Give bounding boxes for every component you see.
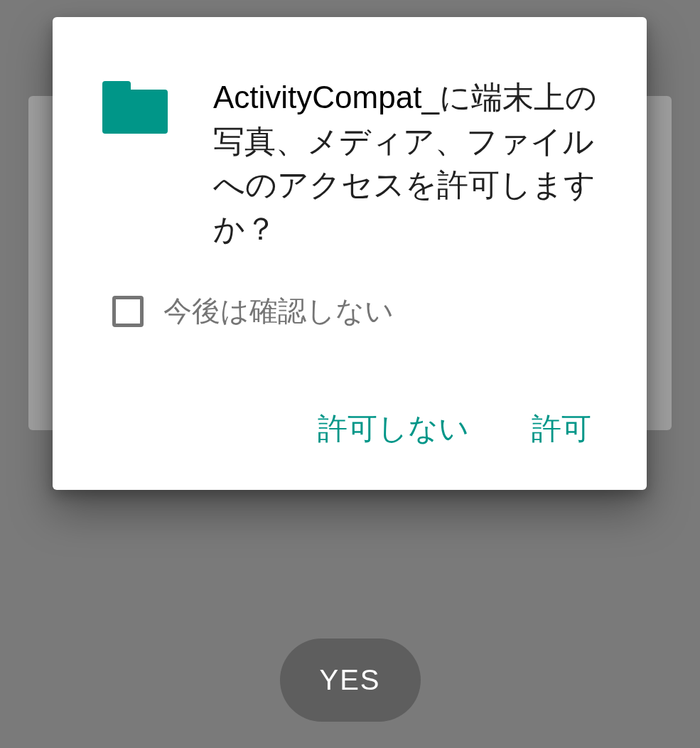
permission-dialog: ActivityCompat_に端末上の写真、メディア、ファイルへのアクセスを許… — [53, 17, 647, 490]
dont-ask-again-row[interactable]: 今後は確認しない — [53, 250, 647, 331]
dialog-actions: 許可しない 許可 — [53, 331, 647, 470]
allow-button[interactable]: 許可 — [526, 402, 597, 456]
dialog-body: ActivityCompat_に端末上の写真、メディア、ファイルへのアクセスを許… — [53, 17, 647, 250]
dont-ask-again-label: 今後は確認しない — [163, 292, 394, 331]
permission-message: ActivityCompat_に端末上の写真、メディア、ファイルへのアクセスを許… — [213, 75, 597, 250]
dont-ask-again-checkbox[interactable] — [112, 296, 144, 327]
app-name: ActivityCompat_ — [213, 80, 439, 114]
deny-button[interactable]: 許可しない — [312, 402, 475, 456]
folder-icon — [102, 81, 168, 134]
yes-button[interactable]: YES — [279, 639, 420, 722]
